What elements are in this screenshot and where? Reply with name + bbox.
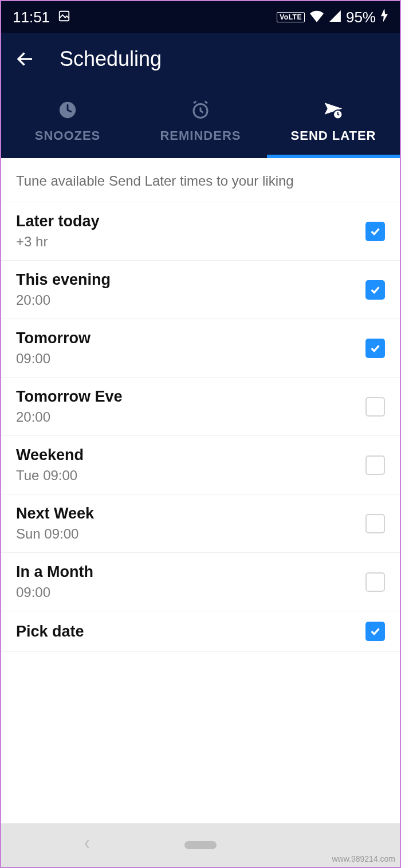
- nav-home-pill[interactable]: [184, 841, 217, 849]
- checkbox[interactable]: [365, 280, 385, 300]
- checkbox[interactable]: [365, 222, 385, 241]
- option-sub: +3 hr: [16, 234, 100, 250]
- option-title: Later today: [16, 213, 100, 230]
- option-title: Tomorrow: [16, 329, 91, 347]
- option-tomorrow[interactable]: Tomorrow 09:00: [1, 319, 400, 378]
- option-sub: 20:00: [16, 409, 123, 425]
- send-later-icon: [323, 100, 344, 120]
- status-time: 11:51: [13, 9, 50, 26]
- tab-snoozes[interactable]: SNOOZES: [1, 85, 134, 158]
- back-button[interactable]: [13, 46, 38, 72]
- option-title: Weekend: [16, 446, 84, 464]
- checkbox[interactable]: [365, 339, 385, 358]
- option-later-today[interactable]: Later today +3 hr: [1, 202, 400, 261]
- option-sub: 20:00: [16, 292, 111, 308]
- tab-send-later[interactable]: SEND LATER: [267, 85, 400, 158]
- option-this-evening[interactable]: This evening 20:00: [1, 261, 400, 319]
- checkbox[interactable]: [365, 397, 385, 417]
- status-bar: 11:51 VoLTE 95%: [1, 1, 400, 33]
- watermark: www.989214.com: [332, 854, 395, 863]
- content: Tune available Send Later times to your …: [1, 158, 400, 823]
- option-pick-date[interactable]: Pick date: [1, 611, 400, 652]
- tabs: SNOOZES REMINDERS SEND LATER: [1, 85, 400, 158]
- charging-icon: [380, 9, 388, 26]
- battery-text: 95%: [346, 9, 376, 26]
- checkbox[interactable]: [365, 514, 385, 533]
- clock-icon: [57, 100, 78, 120]
- option-next-week[interactable]: Next Week Sun 09:00: [1, 494, 400, 553]
- option-sub: 09:00: [16, 584, 93, 600]
- wifi-icon: [309, 9, 324, 26]
- option-weekend[interactable]: Weekend Tue 09:00: [1, 436, 400, 494]
- tab-label: SEND LATER: [291, 128, 376, 143]
- tab-reminders[interactable]: REMINDERS: [134, 85, 267, 158]
- option-tomorrow-eve[interactable]: Tomorrow Eve 20:00: [1, 378, 400, 436]
- checkbox[interactable]: [365, 572, 385, 592]
- page-title: Scheduling: [60, 47, 162, 71]
- option-sub: Tue 09:00: [16, 468, 84, 484]
- checkbox[interactable]: [365, 455, 385, 475]
- volte-badge: VoLTE: [277, 12, 305, 22]
- option-title: This evening: [16, 271, 111, 289]
- alarm-icon: [190, 100, 211, 120]
- option-title: Pick date: [16, 623, 84, 641]
- nav-back-icon[interactable]: [82, 839, 92, 851]
- option-title: Tomorrow Eve: [16, 388, 123, 406]
- tab-label: SNOOZES: [35, 128, 101, 143]
- app-bar: Scheduling: [1, 33, 400, 85]
- option-in-a-month[interactable]: In a Month 09:00: [1, 553, 400, 611]
- option-sub: 09:00: [16, 351, 91, 367]
- option-sub: Sun 09:00: [16, 526, 94, 542]
- tab-label: REMINDERS: [160, 128, 241, 143]
- section-description: Tune available Send Later times to your …: [1, 158, 400, 202]
- screenshot-icon: [58, 9, 70, 26]
- option-title: In a Month: [16, 563, 93, 581]
- signal-icon: [329, 9, 341, 26]
- checkbox[interactable]: [365, 622, 385, 641]
- option-title: Next Week: [16, 505, 94, 523]
